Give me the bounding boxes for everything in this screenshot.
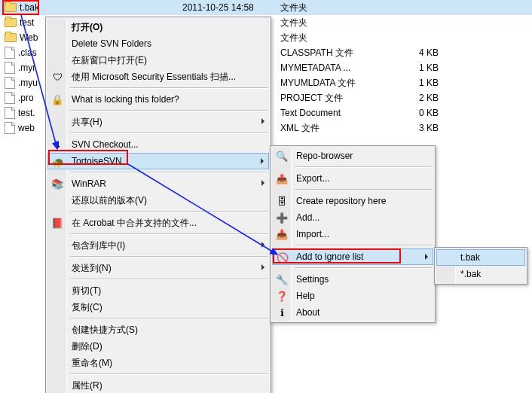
chevron-right-icon [261,242,264,248]
import-icon: 📥 [276,228,288,240]
menu-create-repo[interactable]: 🗄Create repository here [272,193,433,209]
file-date: 2011-10-25 14:58 [182,2,280,13]
file-type: MYMETADATA ... [280,62,408,73]
menu-ignore-exact[interactable]: t.bak [436,249,525,266]
menu-settings[interactable]: 🔧Settings [272,271,433,288]
menu-mse-scan[interactable]: 🛡使用 Microsoft Security Essentials 扫描... [47,69,269,85]
menu-send-to[interactable]: 发送到(N) [47,260,269,276]
export-icon: 📤 [276,172,288,184]
file-name: .clas [18,47,37,58]
checkout-icon: ⬇ [51,139,63,151]
menu-share[interactable]: 共享(H) [47,114,269,130]
file-icon [5,62,15,74]
menu-tortoisesvn[interactable]: 🐢TortoiseSVN [47,153,269,169]
file-type: PROJECT 文件 [280,92,408,105]
menu-include-library[interactable]: 包含到库中(I) [47,237,269,254]
file-size: 4 KB [408,47,454,58]
file-name: test [20,17,34,28]
folder-icon [5,3,17,12]
file-type: 文件夹 [280,17,408,29]
menu-restore-versions[interactable]: 还原以前的版本(V) [47,192,269,209]
menu-add-ignore[interactable]: 🚫Add to ignore list [272,248,433,265]
menu-about[interactable]: ℹAbout [272,304,433,321]
file-type: Text Document [280,108,408,118]
file-name: t.bak [20,2,39,13]
menu-properties[interactable]: 属性(R) [47,377,269,393]
menu-ignore-glob[interactable]: *.bak [436,266,525,282]
help-icon: ❓ [276,290,288,302]
menu-delete-svn-folders[interactable]: Delete SVN Folders [47,35,269,52]
file-type: 文件夹 [280,2,408,14]
menu-rename[interactable]: 重命名(M) [47,355,269,371]
chevron-right-icon [261,180,264,186]
file-icon [5,47,15,59]
file-row[interactable]: t.bak 2011-10-25 14:58 文件夹 [0,0,532,15]
folder-icon [5,33,17,42]
file-size: 1 KB [408,78,454,88]
menu-import[interactable]: 📥Import... [272,226,433,242]
acrobat-icon: 📕 [51,217,63,229]
menu-acrobat-combine[interactable]: 📕在 Acrobat 中合并支持的文件... [47,215,269,231]
chevron-right-icon [261,118,264,124]
folder-icon [5,18,17,27]
file-icon [5,77,15,89]
shield-icon: 🛡 [51,71,63,83]
repo-icon: 🔍 [276,150,288,162]
menu-copy[interactable]: 复制(C) [47,299,269,315]
menu-open-new-window[interactable]: 在新窗口中打开(E) [47,52,269,69]
tortoise-icon: 🐢 [52,156,64,168]
file-type: MYUMLDATA 文件 [280,77,408,90]
menu-cut[interactable]: 剪切(T) [47,282,269,299]
menu-delete[interactable]: 删除(D) [47,338,269,355]
winrar-icon: 📚 [51,178,63,190]
file-name: .myr [18,62,35,73]
create-repo-icon: 🗄 [276,195,288,207]
file-name: .pro [18,93,34,103]
file-type: XML 文件 [280,122,408,135]
settings-icon: 🔧 [276,273,288,285]
menu-open[interactable]: 打开(O) [47,19,269,35]
menu-what-is-locking[interactable]: 🔒What is locking this folder? [47,91,269,108]
file-icon [5,92,15,104]
menu-add[interactable]: ➕Add... [272,209,433,226]
file-type: 文件夹 [280,32,408,44]
chevron-right-icon [425,254,428,260]
file-name: .myu [18,78,38,88]
file-type: CLASSPATH 文件 [280,47,408,59]
chevron-right-icon [261,264,264,270]
file-icon [5,107,15,119]
file-size: 0 KB [408,108,454,118]
lock-icon: 🔒 [51,93,63,105]
menu-repo-browser[interactable]: 🔍Repo-browser [272,148,433,164]
menu-create-shortcut[interactable]: 创建快捷方式(S) [47,321,269,338]
chevron-right-icon [261,158,264,164]
menu-help[interactable]: ❓Help [272,288,433,304]
file-size: 1 KB [408,62,454,73]
menu-winrar[interactable]: 📚WinRAR [47,175,269,192]
file-name: test. [18,108,35,118]
file-name: web [18,123,35,133]
context-menu-tortoisesvn: 🔍Repo-browser 📤Export... 🗄Create reposit… [270,145,436,323]
file-name: Web [20,32,38,43]
menu-svn-checkout[interactable]: ⬇SVN Checkout... [47,136,269,153]
menu-export[interactable]: 📤Export... [272,170,433,187]
ignore-icon: 🚫 [277,251,289,264]
context-menu-ignore-list: t.bak *.bak [434,247,527,285]
file-size: 2 KB [408,93,454,103]
context-menu-main: 打开(O) Delete SVN Folders 在新窗口中打开(E) 🛡使用 … [45,17,271,393]
file-icon [5,122,15,134]
about-icon: ℹ [276,306,288,318]
file-size: 3 KB [408,123,454,133]
add-icon: ➕ [276,212,288,224]
